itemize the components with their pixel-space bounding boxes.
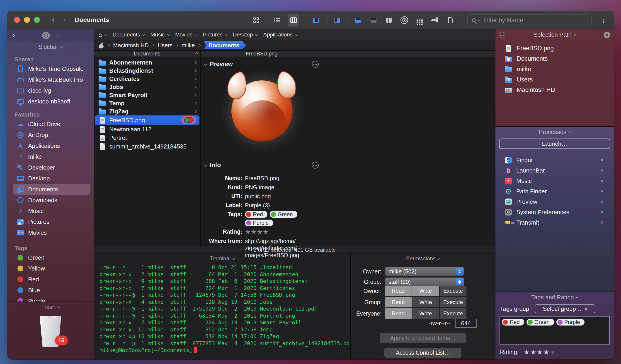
mode-octal-field[interactable]: 644 (455, 319, 477, 328)
filter-field[interactable] (467, 14, 592, 26)
quit-process-icon[interactable]: × (601, 167, 604, 174)
sidebar-item[interactable]: AirDrop (13, 129, 90, 140)
owner-select[interactable]: milke (502) (385, 267, 464, 276)
sidebar-tag-item[interactable]: Blue (13, 285, 90, 296)
selection-path-header[interactable]: Selection Path (495, 30, 614, 40)
apple-icon[interactable] (99, 42, 104, 48)
sidebar-tag-item[interactable]: Purple (13, 296, 90, 301)
clipboard-button[interactable] (446, 14, 456, 27)
sidebar-item[interactable]: desktop-nb3aofi (13, 96, 90, 107)
quit-process-icon[interactable]: × (601, 188, 604, 194)
record-target-icon[interactable] (42, 32, 50, 39)
close-window-button[interactable] (14, 17, 20, 23)
processes-header[interactable]: Processes (495, 127, 614, 137)
sidebar-item[interactable]: Movies (13, 227, 90, 238)
sidebar-item[interactable]: ↓ Downloads (13, 195, 90, 206)
process-row[interactable]: b LaunchBar × (504, 165, 614, 176)
sidebar-item[interactable]: Developer (13, 162, 90, 173)
breadcrumb-current[interactable]: Documents (204, 41, 246, 49)
column-view-button[interactable] (288, 14, 300, 27)
quit-process-icon[interactable]: × (601, 219, 604, 226)
sidebar-item[interactable]: A Applications (13, 140, 90, 151)
selection-path-item[interactable]: Macintosh HD (504, 85, 614, 95)
shortcut-folder-menu[interactable]: Movies (175, 32, 197, 38)
sidebar-tag-item[interactable]: Red (13, 274, 90, 285)
star-icon[interactable]: ★ (543, 348, 550, 356)
star-icon[interactable]: ★ (530, 348, 537, 356)
tag-pill[interactable]: Purple (556, 319, 585, 326)
minimize-window-button[interactable] (24, 17, 30, 23)
sidebar-item[interactable]: ♪ Music (13, 206, 90, 216)
folder-row[interactable]: ZigZag (95, 107, 199, 115)
write-toggle[interactable]: Write (412, 286, 439, 296)
shortcut-folder-menu[interactable]: Desktop (233, 32, 258, 38)
process-row[interactable]: Finder × (504, 155, 614, 165)
read-toggle[interactable]: Read (385, 308, 412, 319)
sidebar-item[interactable]: Desktop (13, 173, 90, 184)
toggle-drawer-button[interactable] (368, 14, 379, 27)
write-toggle[interactable]: Write (412, 297, 439, 307)
access-control-list-button[interactable]: Access Control List… (384, 348, 462, 358)
sidebar-title[interactable]: Sidebar (7, 42, 94, 52)
close-panel-icon[interactable]: × (604, 32, 610, 38)
write-toggle[interactable]: Write (412, 308, 439, 319)
tags-box[interactable]: Red Green Purple (500, 317, 610, 345)
shortcut-folder-menu[interactable]: Pictures (203, 32, 227, 38)
execute-toggle[interactable]: Execute (440, 308, 466, 319)
breadcrumb-item[interactable]: Macintosh HD (113, 42, 149, 49)
star-icon[interactable]: ★ (550, 348, 556, 356)
sidebar-item[interactable]: ☁ iCloud Drive (13, 119, 90, 129)
process-row[interactable]: Transmit × (504, 217, 614, 228)
sidebar-item[interactable]: Milke's MacBook Pro (13, 74, 90, 85)
folder-row[interactable]: Certficates (95, 75, 199, 83)
file-row[interactable]: summit_archive_1492184535 (95, 142, 199, 151)
star-icon[interactable]: ★ (537, 348, 543, 356)
sidebar-item[interactable]: Pictures (13, 216, 90, 227)
quit-process-icon[interactable]: × (601, 157, 604, 163)
tag-pill[interactable]: Red (245, 211, 267, 218)
star-icon[interactable]: ★ (263, 229, 269, 236)
selection-path-item[interactable]: Documents (504, 53, 614, 64)
back-button[interactable] (52, 18, 56, 22)
launch-button[interactable]: Launch… (499, 139, 610, 149)
tag-pill[interactable]: Green (270, 211, 297, 218)
rating-stars[interactable]: ★★★★ (245, 228, 269, 236)
more-options-icon[interactable] (499, 32, 505, 38)
shortcut-folder-menu[interactable]: Applications (263, 32, 297, 38)
apply-to-enclosed-button[interactable]: Apply to enclosed items… (380, 333, 466, 343)
more-options-icon[interactable] (312, 61, 319, 68)
sidebar-tag-item[interactable]: Green (13, 252, 90, 263)
folder-row[interactable]: Belastingdienst (95, 66, 199, 75)
shortcut-home[interactable]: ⌂ (99, 32, 107, 38)
process-row[interactable]: Preview × (504, 196, 614, 207)
star-icon[interactable]: ★ (257, 229, 263, 236)
toggle-right-panel-button[interactable] (332, 14, 342, 27)
read-toggle[interactable]: Read (385, 286, 412, 296)
folder-row[interactable]: Abonnementen (95, 58, 199, 66)
tag-pill[interactable]: Green (526, 319, 554, 326)
selection-path-item[interactable]: ⌂ milke (504, 64, 614, 74)
chevron-down-icon[interactable] (57, 34, 59, 37)
zoom-window-button[interactable] (34, 17, 40, 23)
list-view-button[interactable] (272, 14, 282, 27)
quick-look-button[interactable] (399, 14, 409, 27)
group-select[interactable]: staff (20) (385, 278, 464, 286)
sidebar-tag-item[interactable]: Yellow (13, 263, 90, 274)
file-row[interactable]: Newtonlaan 112 (95, 125, 199, 134)
info-section-header[interactable]: Info (205, 162, 319, 169)
tags-rating-header[interactable]: Tags and Rating (495, 292, 614, 302)
star-icon[interactable]: ★ (251, 229, 257, 236)
filter-input[interactable] (483, 17, 587, 24)
icon-view-button[interactable] (251, 14, 261, 27)
tools-button[interactable] (430, 14, 440, 27)
column-header-file[interactable]: FreeBSD.png (201, 51, 323, 57)
tags-group-select[interactable]: Select group… (535, 304, 595, 313)
shortcut-folder-menu[interactable]: Documents (113, 32, 145, 38)
execute-toggle[interactable]: Execute (440, 297, 466, 307)
shortcut-folder-menu[interactable]: Music (151, 32, 169, 38)
breadcrumb-item[interactable]: milke (182, 42, 195, 49)
tag-pill[interactable]: Purple (245, 220, 273, 226)
folder-row[interactable]: Smart Payroll (95, 91, 199, 99)
terminal-output[interactable]: -rw-r--r-- 1 milke staff 0 Oct 21 15:15 … (94, 263, 350, 360)
downloads-arrow-icon[interactable]: ↓ (602, 16, 605, 25)
